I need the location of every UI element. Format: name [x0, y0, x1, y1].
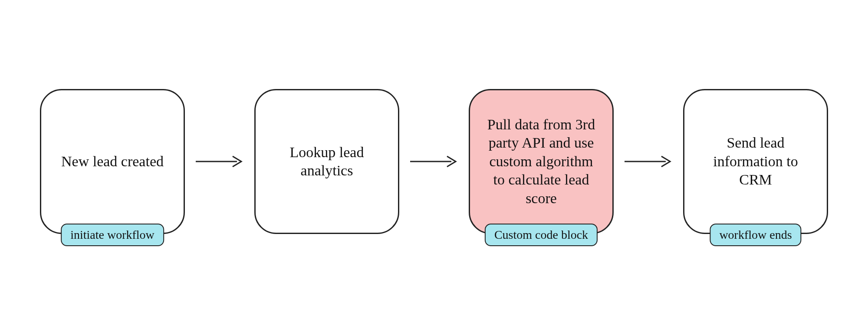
step-4: Send lead information to CRM workflow en… — [683, 89, 828, 234]
step-4-badge: workflow ends — [710, 224, 801, 246]
step-1: New lead created initiate workflow — [40, 89, 185, 234]
step-4-text: Send lead information to CRM — [697, 134, 815, 189]
step-3: Pull data from 3rd party API and use cus… — [469, 89, 614, 234]
step-3-box: Pull data from 3rd party API and use cus… — [469, 89, 614, 234]
step-2-box: Lookup lead analytics — [254, 89, 399, 234]
step-3-text: Pull data from 3rd party API and use cus… — [482, 115, 600, 208]
step-1-box: New lead created — [40, 89, 185, 234]
step-1-badge: initiate workflow — [61, 224, 164, 246]
arrow-icon — [408, 153, 460, 170]
arrow-icon — [622, 153, 674, 170]
arrow-icon — [194, 153, 246, 170]
step-2-text: Lookup lead analytics — [268, 143, 386, 180]
step-3-badge: Custom code block — [485, 224, 598, 246]
workflow-diagram: New lead created initiate workflow Looku… — [40, 89, 828, 234]
step-1-text: New lead created — [61, 152, 164, 171]
step-4-box: Send lead information to CRM — [683, 89, 828, 234]
step-2: Lookup lead analytics — [254, 89, 399, 234]
